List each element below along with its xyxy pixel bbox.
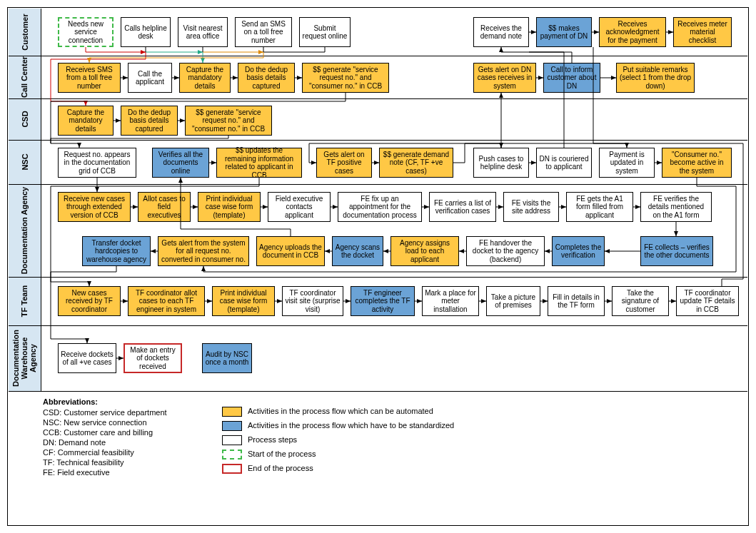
- lane-nsc: NSC: [9, 140, 41, 184]
- end-box: Make an entry of dockets received: [124, 343, 182, 373]
- blue-box: Audit by NSC once a month: [202, 343, 252, 373]
- yellow-box: Receives SMS from a toll free number: [58, 63, 121, 93]
- blue-box: Agency scans the docket: [332, 236, 383, 266]
- lane-divider: [9, 98, 747, 99]
- swatch-start: [222, 450, 242, 460]
- lane-divider: [9, 184, 747, 185]
- step-box: FE visits the site address: [503, 192, 559, 222]
- lane-docwarehouse: Documentation Warehouse Agency: [9, 325, 41, 391]
- yellow-box: $$ generate demand note (CF, TF +ve case…: [379, 148, 453, 178]
- yellow-box: Capture the mandatory details: [58, 106, 114, 136]
- yellow-box: Receives meter material checklist: [673, 17, 732, 47]
- step-box: Submit request online: [299, 17, 351, 47]
- yellow-box: New cases received by TF coordinator: [58, 286, 121, 316]
- lane-divider: [9, 391, 747, 392]
- step-box: Mark a place for meter installation: [422, 286, 479, 316]
- lane-callcenter: Call Center: [9, 56, 41, 98]
- step-box: Receives the demand note: [473, 17, 529, 47]
- step-box: Calls helpline desk: [121, 17, 171, 47]
- step-box: Push cases to helpline desk: [473, 148, 529, 178]
- step-box: TF coordinator update TF details in CCB: [676, 286, 739, 316]
- yellow-box: Capture the mandatory details: [179, 63, 231, 93]
- yellow-box: Receive new cases through extended versi…: [58, 192, 131, 222]
- blue-box: Transfer docket hardcopies to warehouse …: [82, 236, 151, 266]
- step-box: Send an SMS on a toll free number: [235, 17, 292, 47]
- lane-tfteam: TF Team: [9, 277, 41, 325]
- blue-box: Verifies all the documents online: [152, 148, 209, 178]
- swatch-yellow: [222, 407, 242, 417]
- yellow-box: TF coordinator allot cases to each TF en…: [128, 286, 205, 316]
- step-box: FE fix up an appointment for the documen…: [338, 192, 422, 222]
- yellow-box: Agency uploads the document in CCB: [256, 236, 325, 266]
- yellow-box: Put suitable remarks (select 1 from the …: [616, 63, 695, 93]
- step-box: FE gets the A1 form filled from applican…: [566, 192, 633, 222]
- yellow-box: $$ generate "service request no." and "c…: [185, 106, 272, 136]
- lane-divider: [9, 56, 747, 56]
- yellow-box: Gets alert on DN cases receives in syste…: [473, 63, 536, 93]
- blue-box: FE collects – verifies the other documen…: [640, 236, 713, 266]
- step-box: Field executive contacts applicant: [268, 192, 331, 222]
- yellow-box: "Consumer no." become active in the syst…: [662, 148, 732, 178]
- step-box: DN is couriered to applicant: [536, 148, 592, 178]
- blue-box: Completes the verification: [552, 236, 605, 266]
- step-box: Request no. appears in the documentation…: [58, 148, 136, 178]
- blue-box: Call to inform customer about DN: [543, 63, 600, 93]
- step-box: Receive dockets of all +ve cases: [58, 343, 116, 373]
- yellow-box: Print individual case wise form (templat…: [198, 192, 261, 222]
- yellow-box: Do the dedup basis details captured: [121, 106, 178, 136]
- blue-box: $$ makes payment of DN: [536, 17, 592, 47]
- yellow-box: Receives acknowledgment for the payment: [599, 17, 666, 47]
- swatch-blue: [222, 421, 242, 431]
- yellow-box: Do the dedup basis details captured: [238, 63, 295, 93]
- yellow-box: Gets alert on TF positive cases: [316, 148, 372, 178]
- lane-divider: [9, 277, 747, 278]
- yellow-box: Agency assigns load to each applicant: [390, 236, 459, 266]
- yellow-box: Allot cases to field executives: [138, 192, 191, 222]
- step-box: Take a picture of premises: [486, 286, 540, 316]
- step-box: Call the applicant: [128, 63, 172, 93]
- swatch-end: [222, 464, 242, 474]
- lane-divider: [9, 325, 747, 326]
- swatch-white: [222, 435, 242, 445]
- step-box: Fill in details in the TF form: [548, 286, 605, 316]
- lane-csd: CSD: [9, 98, 41, 140]
- step-box: FE verifies the details mentioned on the…: [640, 192, 712, 222]
- swimlane-diagram: Customer Call Center CSD NSC Documentati…: [7, 7, 749, 526]
- step-box: Visit nearest area office: [178, 17, 228, 47]
- yellow-box: $$ updates the remaining information rel…: [216, 148, 302, 178]
- abbreviations: Abbreviations: CSD: Customer service dep…: [43, 397, 207, 478]
- yellow-box: Print individual case wise form (templat…: [212, 286, 275, 316]
- blue-box: TF engineer completes the TF activity: [351, 286, 415, 316]
- yellow-box: Gets alert from the system for all reque…: [158, 236, 249, 266]
- lane-docagency: Documentation Agency: [9, 184, 41, 277]
- lane-customer: Customer: [9, 9, 41, 56]
- step-box: Take the signature of customer: [612, 286, 669, 316]
- step-box: FE handover the docket to the agency (ba…: [466, 236, 545, 266]
- yellow-box: $$ generate "service request no." and "c…: [302, 63, 389, 93]
- step-box: TF coordinator visit site (surprise visi…: [282, 286, 343, 316]
- step-box: Payment is updated in system: [599, 148, 655, 178]
- start-box: Needs new service connection: [58, 17, 114, 47]
- legend: Activities in the process flow which can…: [222, 407, 529, 475]
- step-box: FE carries a list of verification cases: [429, 192, 496, 222]
- lane-divider: [9, 140, 747, 141]
